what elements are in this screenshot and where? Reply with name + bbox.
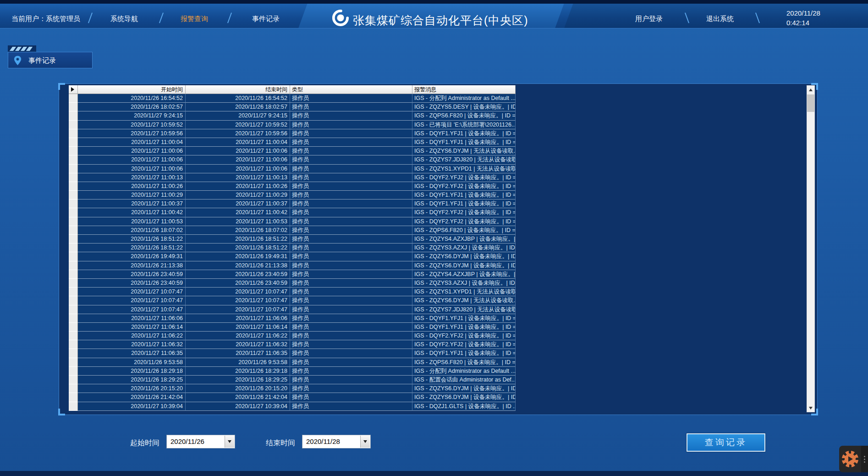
nav-item-user-login[interactable]: 用户登录 [635, 15, 663, 23]
table-row[interactable]: 2020/11/26 19:49:312020/11/26 19:49:31操作… [69, 252, 516, 261]
table-row[interactable]: 2020/11/27 10:59:522020/11/27 10:59:52操作… [69, 121, 516, 129]
row-selector-cell [69, 103, 78, 111]
cell-end-time: 2020/11/27 10:07:47 [186, 305, 290, 314]
cell-alarm-message: IGS - ZQZYS3.AZXJ | 设备未响应。| ID ... [412, 244, 516, 252]
cell-type: 操作员 [290, 376, 412, 384]
query-records-button[interactable]: 查询记录 [687, 433, 765, 452]
cell-alarm-message: IGS - DQYF2.YFJ2 | 设备未响应。| ID =... [412, 217, 516, 226]
row-selector-cell [69, 384, 78, 393]
table-row[interactable]: 2020/11/26 23:40:592020/11/26 23:40:59操作… [69, 270, 516, 279]
column-header-end-time[interactable]: 结束时间 [186, 85, 290, 94]
cell-end-time: 2020/11/26 19:49:31 [186, 252, 290, 261]
table-row[interactable]: 2020/11/27 10:59:562020/11/27 10:59:56操作… [69, 129, 516, 138]
table-row[interactable]: 2020/11/27 11:00:292020/11/27 11:00:29操作… [69, 191, 516, 199]
cell-start-time: 2020/11/26 21:13:38 [78, 261, 186, 270]
cell-start-time: 2020/11/27 11:06:22 [78, 332, 186, 340]
cell-end-time: 2020/11/27 11:06:35 [186, 349, 290, 358]
dropdown-button[interactable] [225, 436, 234, 448]
handle-dot [864, 456, 865, 457]
table-row[interactable]: 2020/11/27 11:00:062020/11/27 11:00:06操作… [69, 147, 516, 155]
table-row[interactable]: 2020/11/26 18:02:572020/11/26 18:02:57操作… [69, 103, 516, 111]
table-row[interactable]: 2020/11/27 11:06:062020/11/27 11:06:06操作… [69, 314, 516, 323]
current-user-name: 系统管理员 [46, 15, 80, 22]
datetime-display: 2020/11/28 0:42:14 [786, 8, 820, 28]
table-row[interactable]: 2020/11/27 11:06:142020/11/27 11:06:14操作… [69, 323, 516, 332]
table-row[interactable]: 2020/11/27 11:06:222020/11/27 11:06:22操作… [69, 332, 516, 340]
nav-item-event-record[interactable]: 事件记录 [252, 15, 280, 23]
row-selector-cell [69, 173, 78, 182]
table-row[interactable]: 2020/11/27 11:00:132020/11/27 11:00:13操作… [69, 173, 516, 182]
table-row[interactable]: 2020/11/27 11:00:042020/11/27 11:00:04操作… [69, 138, 516, 147]
table-row[interactable]: 2020/11/26 9:53:582020/11/26 9:53:58操作员I… [69, 358, 516, 367]
table-row[interactable]: 2020/11/27 9:24:152020/11/27 9:24:15操作员I… [69, 111, 516, 120]
table-row[interactable]: 2020/11/26 18:07:022020/11/26 18:07:02操作… [69, 226, 516, 235]
end-date-select[interactable]: 2020/11/28 [302, 435, 371, 448]
table-row[interactable]: 2020/11/26 23:40:592020/11/26 23:40:59操作… [69, 279, 516, 288]
start-date-select[interactable]: 2020/11/26 [166, 435, 235, 448]
column-header-alarm-message[interactable]: 报警消息 [412, 85, 516, 94]
cell-alarm-message: IGS - DQYF2.YFJ2 | 设备未响应。| ID =... [412, 340, 516, 349]
table-row[interactable]: 2020/11/26 18:51:222020/11/26 18:51:22操作… [69, 244, 516, 252]
nav-item-exit-system[interactable]: 退出系统 [706, 15, 734, 23]
nav-item-alarm-query[interactable]: 报警查询 [181, 15, 208, 23]
cell-alarm-message: IGS - DQYF1.YFJ1 | 设备未响应。| ID =... [412, 349, 516, 358]
table-row[interactable]: 2020/11/27 11:00:262020/11/27 11:00:26操作… [69, 182, 516, 191]
event-table-rows: 2020/11/26 16:54:522020/11/26 16:54:52操作… [69, 94, 516, 411]
cell-end-time: 2020/11/27 11:00:37 [186, 199, 290, 208]
screen-recorder-widget[interactable] [839, 446, 868, 472]
vertical-scrollbar[interactable] [807, 85, 815, 412]
row-selector-cell [69, 402, 78, 411]
table-row[interactable]: 2020/11/27 10:07:472020/11/27 10:07:47操作… [69, 296, 516, 305]
event-table-container: 开始时间 结束时间 类型 报警消息 2020/11/26 16:54:52202… [59, 83, 818, 415]
table-row[interactable]: 2020/11/26 18:51:222020/11/26 18:51:22操作… [69, 235, 516, 244]
nav-item-system-navigation[interactable]: 系统导航 [110, 15, 138, 23]
dropdown-button[interactable] [360, 436, 370, 448]
tab-event-record[interactable]: 事件记录 [8, 52, 93, 68]
cell-end-time: 2020/11/26 18:07:02 [186, 226, 290, 235]
table-row[interactable]: 2020/11/27 10:39:042020/11/27 10:39:04操作… [69, 402, 516, 411]
table-row[interactable]: 2020/11/27 11:00:422020/11/27 11:00:42操作… [69, 208, 516, 217]
table-row[interactable]: 2020/11/26 18:29:252020/11/26 18:29:25操作… [69, 376, 516, 384]
cell-type: 操作员 [290, 367, 412, 376]
scrollbar-up-button[interactable] [807, 86, 814, 94]
scrollbar-down-button[interactable] [807, 404, 814, 412]
cell-start-time: 2020/11/26 23:40:59 [78, 270, 186, 279]
chevron-up-icon [809, 89, 813, 91]
table-row[interactable]: 2020/11/26 16:54:522020/11/26 16:54:52操作… [69, 94, 516, 103]
row-selector-cell [69, 393, 78, 402]
table-row[interactable]: 2020/11/26 18:29:182020/11/26 18:29:18操作… [69, 367, 516, 376]
column-header-start-time[interactable]: 开始时间 [78, 85, 186, 94]
cell-start-time: 2020/11/27 11:06:06 [78, 314, 186, 323]
table-row[interactable]: 2020/11/26 20:15:202020/11/26 20:15:20操作… [69, 384, 516, 393]
cell-alarm-message: IGS - ZQZYS7.JDJ820 | 无法从设备读取... [412, 155, 516, 164]
row-selector-cell [69, 208, 78, 217]
scrollbar-thumb[interactable] [807, 94, 814, 112]
cell-end-time: 2020/11/27 11:00:53 [186, 217, 290, 226]
cell-start-time: 2020/11/26 9:53:58 [78, 358, 186, 367]
table-row[interactable]: 2020/11/27 11:00:372020/11/27 11:00:37操作… [69, 199, 516, 208]
table-row[interactable]: 2020/11/27 11:00:062020/11/27 11:00:06操作… [69, 165, 516, 173]
table-row[interactable]: 2020/11/27 11:06:322020/11/27 11:06:32操作… [69, 340, 516, 349]
cell-alarm-message: IGS - ZQZYS6.DYJM | 无法从设备读取... [412, 147, 516, 155]
cell-end-time: 2020/11/27 11:00:06 [186, 147, 290, 155]
cell-type: 操作员 [290, 173, 412, 182]
cell-alarm-message: IGS - ZQZYS1.XYPD1 | 无法从设备读取... [412, 288, 516, 296]
table-row[interactable]: 2020/11/26 21:13:382020/11/26 21:13:38操作… [69, 261, 516, 270]
cell-alarm-message: IGS - ZQPS6.F820 | 设备未响应。| ID =... [412, 358, 516, 367]
table-row[interactable]: 2020/11/26 21:42:042020/11/26 21:42:04操作… [69, 393, 516, 402]
cell-alarm-message: IGS - ZQZYS6.DYJM | 设备未响应。| ID... [412, 261, 516, 270]
recorder-handle[interactable] [861, 446, 868, 472]
table-row[interactable]: 2020/11/27 10:07:472020/11/27 10:07:47操作… [69, 305, 516, 314]
cell-alarm-message: IGS - ZQZYS6.DYJM | 设备未响应。| ID... [412, 393, 516, 402]
table-row[interactable]: 2020/11/27 11:00:532020/11/27 11:00:53操作… [69, 217, 516, 226]
column-header-type[interactable]: 类型 [290, 85, 412, 94]
cell-start-time: 2020/11/26 19:49:31 [78, 252, 186, 261]
chevron-down-icon [809, 407, 813, 410]
cell-alarm-message: IGS - ZQZYS3.AZXJ | 设备未响应。| ID ... [412, 279, 516, 288]
row-selector-cell [69, 147, 78, 155]
cell-type: 操作员 [290, 155, 412, 164]
cell-start-time: 2020/11/26 20:15:20 [78, 384, 186, 393]
table-row[interactable]: 2020/11/27 10:07:472020/11/27 10:07:47操作… [69, 288, 516, 296]
table-row[interactable]: 2020/11/27 11:00:062020/11/27 11:00:06操作… [69, 155, 516, 164]
table-row[interactable]: 2020/11/27 11:06:352020/11/27 11:06:35操作… [69, 349, 516, 358]
